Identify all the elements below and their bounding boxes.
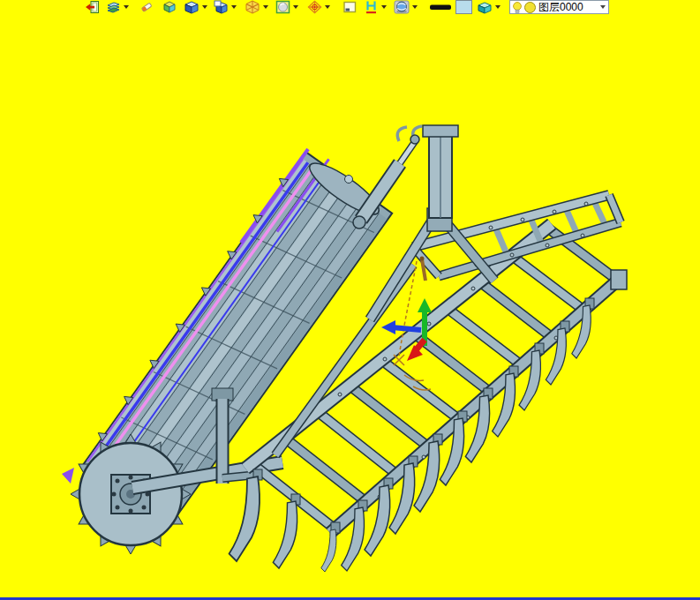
- shaded-box-icon: [184, 0, 199, 14]
- teal-box-button[interactable]: [478, 0, 501, 14]
- measure-button[interactable]: [364, 0, 387, 14]
- compass-button[interactable]: [307, 0, 330, 14]
- chevron-down-icon[interactable]: [263, 5, 268, 9]
- eraser-button[interactable]: [139, 0, 154, 14]
- line-width-icon: [429, 0, 452, 14]
- chevron-down-icon[interactable]: [412, 5, 418, 9]
- globe-icon: [394, 0, 410, 14]
- iso-box-icon: [162, 0, 177, 14]
- iso-box-button[interactable]: [162, 0, 177, 14]
- chevron-down-icon[interactable]: [202, 5, 207, 9]
- x-axis-arrow: [392, 327, 421, 330]
- chevron-down-icon[interactable]: [325, 5, 330, 9]
- render-sphere-button[interactable]: [275, 0, 298, 14]
- model-canvas[interactable]: [0, 15, 700, 597]
- layers-icon: [106, 0, 121, 14]
- measure-icon: [364, 0, 379, 14]
- box-window-button[interactable]: [214, 0, 237, 14]
- layer-name: 图层0000: [536, 0, 598, 15]
- chevron-down-icon[interactable]: [231, 5, 237, 9]
- frame-square-icon: [342, 0, 358, 14]
- bulb-icon: [512, 1, 523, 14]
- wireframe-sphere-button[interactable]: [245, 0, 268, 14]
- globe-button[interactable]: [394, 0, 418, 14]
- color-swatch-button[interactable]: [455, 0, 473, 14]
- top-toolbar: 图层0000: [0, 0, 700, 15]
- chevron-down-icon[interactable]: [495, 5, 501, 9]
- chevron-down-icon[interactable]: [124, 5, 129, 9]
- model-viewport[interactable]: [0, 15, 700, 597]
- line-width-button[interactable]: [429, 0, 452, 14]
- layers-button[interactable]: [106, 0, 129, 14]
- exit-icon: [85, 0, 100, 14]
- shaded-box-button[interactable]: [184, 0, 207, 14]
- chevron-down-icon[interactable]: [600, 5, 606, 9]
- color-swatch-icon: [455, 0, 473, 14]
- render-sphere-icon: [275, 0, 290, 14]
- layer-color-icon: [524, 2, 536, 13]
- frame-square-button[interactable]: [342, 0, 358, 14]
- teal-box-icon: [478, 0, 493, 14]
- box-window-icon: [214, 0, 229, 14]
- exit-button[interactable]: [85, 0, 100, 14]
- wireframe-sphere-icon: [245, 0, 260, 14]
- chevron-down-icon[interactable]: [381, 5, 387, 9]
- layer-selector[interactable]: 图层0000: [509, 0, 609, 14]
- chevron-down-icon[interactable]: [293, 5, 298, 9]
- highlight-marker: [62, 468, 74, 484]
- eraser-icon: [139, 0, 154, 14]
- compass-icon: [307, 0, 322, 14]
